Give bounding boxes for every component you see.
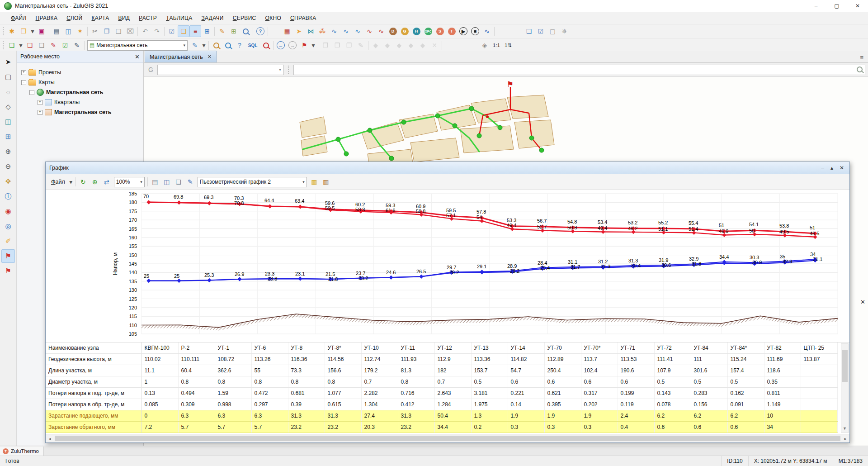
edit-slate-icon[interactable]: ✎ (71, 39, 83, 51)
flag-path-icon[interactable]: ⚑ (1, 264, 15, 278)
open-file-icon[interactable]: ❒ (18, 25, 29, 37)
minimize-button[interactable]: – (806, 0, 826, 12)
table-icon[interactable]: ⊞ (228, 25, 240, 37)
collapse-icon[interactable]: - (29, 90, 34, 95)
bookmark-icon[interactable]: ⚑ (298, 39, 310, 51)
search-field-combo[interactable]: ▾ (157, 65, 284, 75)
zoom-in-icon[interactable]: ⊕ (1, 145, 15, 158)
export-raster-icon[interactable]: ✶ (74, 25, 86, 37)
close-button[interactable]: ✕ (847, 0, 868, 12)
map-panel-close-icon[interactable]: ✕ (860, 299, 865, 305)
add-map-arrow-icon[interactable]: ▾ (18, 39, 24, 51)
scroll-down-icon[interactable]: ▼ (841, 426, 848, 433)
graph-window-titlebar[interactable]: График –▴✕ (46, 162, 849, 174)
piezo-line-icon-1[interactable]: ∿ (328, 25, 340, 37)
menu-задачи[interactable]: ЗАДАЧИ (197, 13, 228, 23)
map-settings-icon[interactable]: ❏ (36, 39, 47, 51)
geo-query-icon[interactable] (260, 39, 272, 51)
layer-combo[interactable]: ▤Магистральная сеть▾ (87, 40, 188, 51)
graph-rollup-button[interactable]: ▴ (830, 165, 833, 171)
menu-таблица[interactable]: ТАБЛИЦА (161, 13, 197, 23)
menu-окно[interactable]: ОКНО (261, 13, 286, 23)
stop-icon[interactable]: ■ (469, 25, 481, 37)
delete-template-icon[interactable]: ▥ (320, 176, 332, 188)
print-new-region-icon[interactable]: ✵ (558, 25, 570, 37)
delete-icon[interactable]: ⌧ (124, 25, 136, 37)
piezo-line-icon-3[interactable]: ∿ (352, 25, 363, 37)
theme-query-icon[interactable] (222, 39, 234, 51)
edit-chart-icon[interactable]: ✎ (184, 176, 196, 188)
back-icon[interactable]: ← (275, 39, 287, 51)
histogram-icon[interactable]: ∿ (481, 25, 493, 37)
tree-item-кварталы[interactable]: +Кварталы (17, 97, 143, 107)
scrollbar-thumb[interactable] (55, 436, 840, 441)
flag-icon[interactable]: ⚑ (1, 249, 15, 263)
print-preview-icon[interactable]: ◫ (62, 25, 74, 37)
start-icon[interactable]: ▶ (458, 25, 469, 37)
menu-файл[interactable]: ФАЙЛ (6, 13, 31, 23)
menu-растр[interactable]: РАСТР (134, 13, 161, 23)
pan-hand-icon[interactable]: ✥ (1, 175, 15, 188)
menu-карта[interactable]: КАРТА (87, 13, 114, 23)
zulu-blocks-icon[interactable]: ▦ (281, 25, 293, 37)
select-cursor-icon[interactable]: ➤ (1, 55, 15, 69)
close-map-icon[interactable]: ❏ (24, 39, 36, 51)
print-report-icon[interactable]: ❏ (523, 25, 535, 37)
menu-правка[interactable]: ПРАВКА (31, 13, 62, 23)
tree-item-проекты[interactable]: +Проекты (17, 67, 143, 77)
maximize-button[interactable]: ▢ (826, 0, 847, 12)
tree-item-магистральная-сеть[interactable]: +Магистральная сеть (17, 107, 143, 117)
badge-d-icon[interactable]: D (387, 25, 399, 37)
sql-icon[interactable]: SQL (245, 39, 260, 51)
workspace-panel-icon[interactable]: ❏ (178, 25, 189, 37)
forward-icon[interactable]: → (287, 39, 298, 51)
select-circle-icon[interactable]: ◌ (1, 85, 15, 99)
menu-справка[interactable]: СПРАВКА (286, 13, 321, 23)
new-window-icon[interactable]: ⊞ (201, 25, 213, 37)
menu-вид[interactable]: ВИД (113, 13, 134, 23)
style-pencil-icon[interactable]: ✎ (189, 39, 201, 51)
open-file-arrow-icon[interactable]: ▾ (29, 25, 36, 37)
redo-icon[interactable]: ↷ (151, 25, 163, 37)
map-edit-icon[interactable]: ✎ (47, 39, 59, 51)
chevron-down-icon[interactable]: ▾ (300, 180, 305, 184)
page-setup-icon[interactable]: ❏ (173, 176, 184, 188)
reload-icon[interactable]: ⇄ (101, 176, 113, 188)
scale-one-to-one[interactable]: 1:1 (491, 41, 502, 49)
tab-list-icon[interactable]: ≡ (855, 54, 868, 61)
refresh-icon[interactable]: ↻ (77, 176, 89, 188)
db-query-icon[interactable] (210, 39, 222, 51)
graph-minimize-button[interactable]: – (821, 165, 824, 171)
save-icon[interactable]: ▣ (36, 25, 47, 37)
table-vertical-scrollbar[interactable]: ▼ (841, 343, 849, 433)
piezo-line-icon-2[interactable]: ∿ (340, 25, 352, 37)
edit-object-icon[interactable]: ✎ (216, 25, 228, 37)
toolbar-grip[interactable] (2, 41, 5, 50)
graph-horizontal-scrollbar[interactable]: ◂ ▸ (46, 434, 849, 442)
chevron-down-icon[interactable]: ▾ (180, 43, 185, 48)
scale-fit[interactable]: 1⇅ (502, 41, 514, 50)
style-pencil-arrow-icon[interactable]: ▾ (201, 39, 207, 51)
zulu-route-icon[interactable]: ➤ (293, 25, 305, 37)
print-icon[interactable]: ▤ (51, 25, 62, 37)
tab-magistralnaya-set[interactable]: Магистральная сеть ✕ (145, 51, 217, 62)
collapse-icon[interactable]: - (21, 80, 26, 85)
element-list-icon[interactable]: ≡ (189, 25, 201, 37)
piezo-line-icon-4[interactable]: ∿ (363, 25, 375, 37)
map-check-icon[interactable]: ☑ (59, 39, 71, 51)
tree-item-карты[interactable]: -Карты (17, 77, 143, 87)
scrollbar-thumb[interactable] (842, 350, 848, 382)
info-icon[interactable]: ⓘ (1, 190, 15, 203)
scroll-right-icon[interactable]: ▸ (841, 436, 849, 441)
help-icon[interactable]: ? (255, 25, 266, 37)
file-menu-arrow-icon[interactable]: ▾ (68, 176, 74, 188)
splitter-handle[interactable] (288, 65, 290, 74)
tab-close-icon[interactable]: ✕ (208, 54, 212, 60)
code-query-icon[interactable]: ? (234, 39, 245, 51)
expand-icon[interactable]: + (38, 100, 42, 105)
workspace-close-icon[interactable]: ✕ (135, 53, 140, 60)
print-selected-icon[interactable]: ☑ (535, 25, 547, 37)
bookmark-arrow-icon[interactable]: ▾ (310, 39, 316, 51)
copy-icon[interactable]: ❐ (101, 25, 113, 37)
compass-icon[interactable]: ◎ (1, 219, 15, 233)
